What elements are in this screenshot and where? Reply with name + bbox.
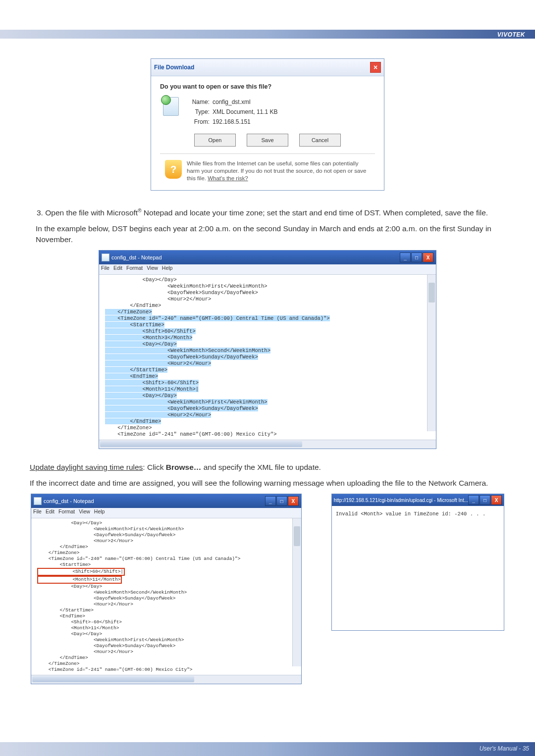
open-button[interactable]: Open xyxy=(194,134,236,147)
whats-the-risk-link[interactable]: What's the risk? xyxy=(208,175,248,181)
maximize-icon[interactable]: □ xyxy=(411,252,422,262)
notepad-titlebar: config_dst - Notepad _ □ X xyxy=(99,251,436,264)
file-details: Name:config_dst.xml Type:XML Document, 1… xyxy=(187,97,278,127)
file-name: config_dst.xml xyxy=(213,99,251,105)
dialog-title-text: File Download xyxy=(154,64,194,71)
minimize-icon[interactable]: _ xyxy=(265,496,276,506)
xml-file-icon xyxy=(163,97,180,114)
notepad-icon xyxy=(34,497,42,505)
ie-error-window: http://192.168.5.121/cgi-bin/admin/uploa… xyxy=(331,494,504,631)
close-icon[interactable]: X xyxy=(288,496,299,506)
maximize-icon[interactable]: □ xyxy=(480,495,490,505)
dialog-titlebar: File Download × xyxy=(151,59,384,76)
file-from: 192.168.5.151 xyxy=(213,118,251,125)
notepad-window-2: config_dst - Notepad _ □ X FileEditForma… xyxy=(31,494,302,684)
notepad-content-2[interactable]: <Day></Day> <WeekinMonth>First</WeekinMo… xyxy=(31,518,301,675)
ie-titlebar: http://192.168.5.121/cgi-bin/admin/uploa… xyxy=(332,494,504,506)
shield-icon: ? xyxy=(165,160,182,179)
close-icon[interactable]: × xyxy=(370,62,381,73)
error-highlight-1: <Shift>60</Shift>| xyxy=(37,568,125,576)
footer-text: User's Manual - 35 xyxy=(480,745,529,752)
file-type: XML Document, 11.1 KB xyxy=(213,108,278,115)
page-footer: User's Manual - 35 xyxy=(0,742,535,756)
horizontal-scrollbar[interactable] xyxy=(31,675,301,684)
save-button[interactable]: Save xyxy=(247,134,288,147)
maximize-icon[interactable]: □ xyxy=(276,496,287,506)
step-3-text: 3. Open the file with Microsoft® Notepad… xyxy=(37,205,498,218)
dialog-prompt: Do you want to open or save this file? xyxy=(160,83,375,90)
notepad-icon xyxy=(102,253,109,261)
notepad-titlebar-2: config_dst - Notepad _ □ X xyxy=(31,494,301,508)
horizontal-scrollbar[interactable] xyxy=(99,440,436,449)
vertical-scrollbar[interactable] xyxy=(292,518,301,666)
update-dst-text: Update daylight saving time rules: Click… xyxy=(30,462,498,473)
dialog-warning: While files from the Internet can be use… xyxy=(187,160,370,182)
cancel-button[interactable]: Cancel xyxy=(299,134,341,147)
notepad-menu-2[interactable]: FileEditFormatViewHelp xyxy=(31,508,301,518)
notepad-window: config_dst - Notepad _ □ X FileEditForma… xyxy=(99,250,436,449)
minimize-icon[interactable]: _ xyxy=(400,252,411,262)
brand-logo: VIVOTEK xyxy=(497,31,525,38)
error-highlight-2: <Month>11</Month> xyxy=(37,576,122,584)
close-icon[interactable]: X xyxy=(423,252,433,262)
step-3-example: In the example below, DST begins each ye… xyxy=(36,223,498,245)
minimize-icon[interactable]: _ xyxy=(468,495,479,505)
file-download-dialog: File Download × Do you want to open or s… xyxy=(151,58,384,191)
close-icon[interactable]: X xyxy=(491,495,502,505)
vertical-scrollbar[interactable] xyxy=(427,275,436,431)
notepad-menu[interactable]: FileEditFormatViewHelp xyxy=(99,264,436,275)
ie-error-body: Invalid <Month> value in TimeZone id: -2… xyxy=(332,506,504,630)
warning-upload-text: If the incorrect date and time are assig… xyxy=(30,478,498,489)
highlighted-block: </TimeZone> <TimeZone id="-240" name="(G… xyxy=(105,309,330,424)
notepad-content[interactable]: <Day></Day> <WeekinMonth>First</WeekinMo… xyxy=(99,275,436,440)
